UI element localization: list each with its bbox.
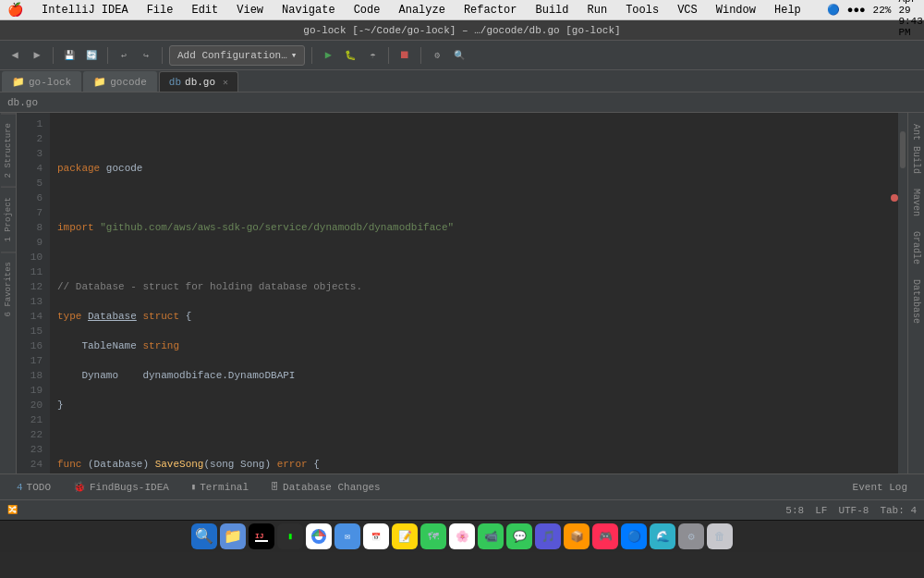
findbugs-tab-label: FindBugs-IDEA [90,482,169,493]
dock-chrome[interactable] [306,523,332,549]
menu-view[interactable]: View [233,2,267,18]
cursor-position[interactable]: 5:8 [785,505,804,516]
gradle-tab[interactable]: Gradle [909,224,923,272]
save-all-button[interactable]: 💾 [60,46,79,65]
menu-vcs[interactable]: VCS [674,2,701,18]
code-line-7: type Database struct { [57,309,883,324]
dock-notes[interactable]: 📝 [392,523,418,549]
bluetooth-icon: 🔵 [827,4,840,16]
todo-tab[interactable]: 4 TODO [7,476,60,498]
editor-area[interactable]: 1 2 3 4 5 6 7 8 9 10 11 12 13 14 15 16 1… [17,113,907,473]
run-with-coverage-button[interactable]: ☂ [363,46,382,65]
nav-breadcrumb: db.go [0,92,924,113]
vcs-status[interactable]: 🔀 [7,505,18,515]
dock-app12[interactable]: 🌊 [650,523,675,549]
code-line-5 [57,250,883,264]
battery-percent: 22% [873,5,892,16]
stop-button[interactable]: ⏹ [395,46,414,65]
ant-build-tab[interactable]: Ant Build [909,117,923,181]
dock-app8[interactable]: 🎵 [535,523,561,549]
menu-edit[interactable]: Edit [188,2,222,18]
folder-icon-2: 📁 [93,76,106,88]
search-everywhere-button[interactable]: 🔍 [450,46,468,65]
menu-window[interactable]: Window [712,2,760,18]
dock-intellij[interactable]: IJ [249,523,274,549]
menu-refactor[interactable]: Refactor [460,2,521,18]
menu-file[interactable]: File [143,2,177,18]
tab-db-go[interactable]: db db.go ✕ [159,71,238,92]
dock-app10[interactable]: 🎮 [592,523,618,549]
breadcrumb-filename: db.go [7,97,38,108]
dock-folder[interactable]: 📁 [220,523,246,549]
findbugs-icon: 🐞 [73,481,86,493]
dock-app13[interactable]: ⚙ [678,523,704,549]
title-bar: go-lock [-~/Code/go-lock] – …/gocode/db.… [0,20,924,41]
code-line-6: // Database - struct for holding databas… [57,279,883,294]
dock-mail[interactable]: ✉ [334,523,360,549]
code-line-2: package gocode [57,161,883,176]
run-button[interactable]: ▶ [319,46,337,65]
maven-tab[interactable]: Maven [909,181,923,224]
event-log-tab[interactable]: Event Log [844,476,917,498]
menu-navigate[interactable]: Navigate [278,2,339,18]
run-config-selector[interactable]: Add Configuration… ▾ [169,45,305,66]
code-line-1 [57,131,883,146]
run-config-chevron-icon: ▾ [291,49,298,61]
dock-calendar[interactable]: 📅 [363,523,389,549]
encoding-label: UTF-8 [838,505,869,516]
dock-trash[interactable]: 🗑 [707,523,733,549]
bottom-panel-tabs: 4 TODO 🐞 FindBugs-IDEA ▮ Terminal 🗄 Data… [0,473,924,499]
tab-go-lock[interactable]: 📁 go-lock [2,71,81,92]
debug-button[interactable]: 🐛 [341,46,359,65]
apple-menu-icon[interactable]: 🍎 [7,2,23,18]
sync-button[interactable]: 🔄 [82,46,101,65]
dock-app9[interactable]: 📦 [564,523,590,549]
todo-number-badge: 4 [17,482,23,493]
redo-button[interactable]: ↪ [137,46,155,65]
dock-app11[interactable]: 🔵 [621,523,647,549]
cursor-pos-label: 5:8 [785,505,804,516]
file-icon: db [169,77,181,88]
folder-icon: 📁 [12,76,25,88]
line-endings[interactable]: LF [815,505,827,516]
dock-messages[interactable]: 💬 [506,523,532,549]
favorites-tab[interactable]: 6 Favorites [1,252,16,326]
menu-run[interactable]: Run [584,2,612,18]
back-button[interactable]: ◀ [6,46,24,65]
dock-terminal[interactable]: ▮ [277,523,303,549]
indent-setting[interactable]: Tab: 4 [880,505,917,516]
menu-help[interactable]: Help [771,2,805,18]
database-tab[interactable]: Database [909,272,923,331]
dock-facetime[interactable]: 📹 [478,523,504,549]
menu-code[interactable]: Code [350,2,384,18]
code-line-4: import "github.com/aws/aws-sdk-go/servic… [57,220,883,235]
undo-button[interactable]: ↩ [115,46,133,65]
menu-tools[interactable]: Tools [622,2,663,18]
code-line-12: func (Database) SaveSong(song Song) erro… [57,457,883,472]
vertical-scrollbar[interactable] [898,113,907,473]
wifi-icon: ●●● [847,5,866,16]
dock-finder[interactable]: 🔍 [191,523,217,549]
scroll-thumb[interactable] [900,131,906,168]
menu-analyze[interactable]: Analyze [395,2,448,18]
settings-button[interactable]: ⚙ [428,46,446,65]
dock-maps[interactable]: 🗺 [420,523,446,549]
terminal-tab[interactable]: ▮ Terminal [182,476,258,498]
database-changes-tab[interactable]: 🗄 Database Changes [261,476,390,498]
project-tab[interactable]: 1 Project [1,187,16,252]
file-encoding[interactable]: UTF-8 [838,505,869,516]
svg-text:IJ: IJ [255,532,264,540]
toolbar-sep-4 [311,47,312,64]
code-editor[interactable]: package gocode import "github.com/aws/aw… [50,113,891,473]
toolbar-sep-6 [420,47,421,64]
close-tab-icon[interactable]: ✕ [223,77,228,88]
forward-button[interactable]: ▶ [28,46,46,65]
structure-tab[interactable]: 2 Structure [1,113,16,187]
tab-label-go-lock: go-lock [29,77,71,88]
menu-bar: 🍎 IntelliJ IDEA File Edit View Navigate … [0,0,924,20]
tab-gocode[interactable]: 📁 gocode [83,71,157,92]
findbugs-tab[interactable]: 🐞 FindBugs-IDEA [64,476,178,498]
menu-build[interactable]: Build [532,2,573,18]
menu-intellij[interactable]: IntelliJ IDEA [38,2,132,18]
dock-photos[interactable]: 🌸 [449,523,475,549]
